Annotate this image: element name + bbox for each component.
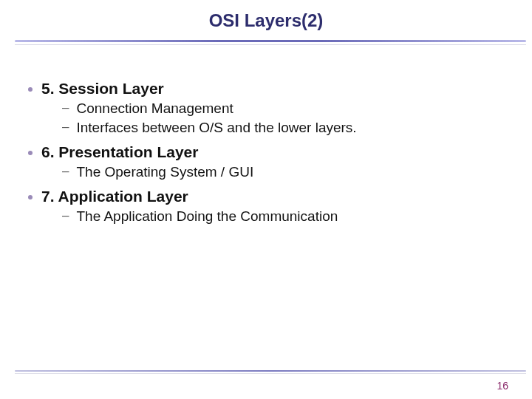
bullet-label: 6. Presentation Layer [41,143,198,161]
sub-bullet-text: Interfaces between O/S and the lower lay… [76,120,356,136]
slide: OSI Layers(2) 5. Session Layer – Connect… [0,0,532,399]
slide-title: OSI Layers(2) [0,0,532,31]
sub-bullet-text: The Application Doing the Communication [76,208,338,225]
sub-bullet-text: Connection Management [76,100,233,117]
bullet-dot-icon [28,87,33,92]
bullet-label: 5. Session Layer [41,80,164,98]
bullet-dot-icon [28,195,33,200]
sub-bullet: – Connection Management [62,100,510,117]
dash-icon: – [62,100,69,115]
bullet-application-layer: 7. Application Layer [28,188,510,205]
sub-bullet: – The Operating System / GUI [62,164,510,180]
dash-icon: – [62,164,69,179]
bullet-dot-icon [28,151,33,155]
bullet-label: 7. Application Layer [41,188,188,205]
sub-bullet-text: The Operating System / GUI [76,164,253,180]
sub-bullet: – Interfaces between O/S and the lower l… [62,120,510,136]
footer-divider [0,370,532,374]
bullet-session-layer: 5. Session Layer [28,80,510,98]
title-divider [0,40,532,45]
sub-bullet: – The Application Doing the Communicatio… [62,208,510,225]
bullet-presentation-layer: 6. Presentation Layer [28,143,510,161]
content-area: 5. Session Layer – Connection Management… [28,80,510,225]
dash-icon: – [62,120,69,134]
dash-icon: – [62,208,69,223]
page-number: 16 [497,380,508,392]
